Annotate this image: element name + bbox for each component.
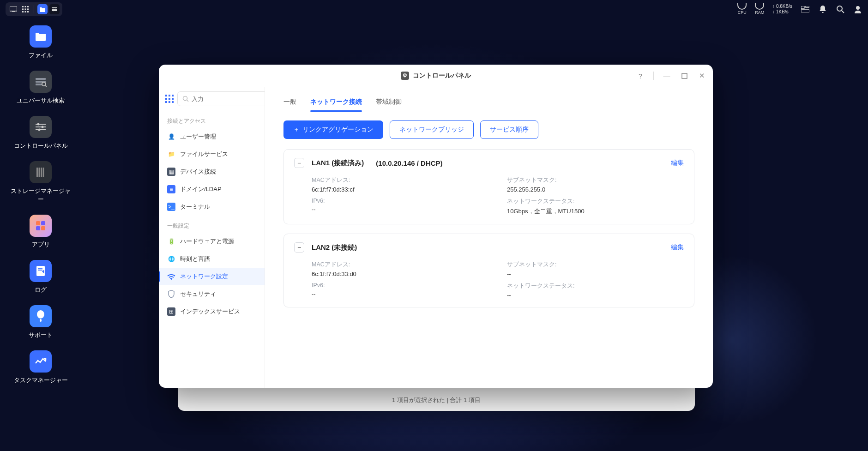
svg-rect-0 [10,6,17,11]
sidebar-item-network-settings[interactable]: ネットワーク設定 [159,268,265,285]
status-value: -- [507,292,684,299]
sidebar-item-terminal[interactable]: >_ターミナル [159,198,265,216]
service-order-button[interactable]: サービス順序 [480,120,538,139]
search-input[interactable] [192,96,265,102]
svg-rect-43 [38,268,42,269]
subnet-label: サブネットマスク: [507,261,684,269]
sidebar-item-domain-ldap[interactable]: ≡ドメイン/LDAP [159,180,265,198]
svg-rect-10 [27,11,29,12]
help-icon[interactable]: ? [636,71,645,80]
background-window-footer: 1 項目が選択された | 合計 1 項目 [178,396,695,404]
mac-label: MACアドレス: [312,261,488,269]
link-aggregation-button[interactable]: ＋リンクアグリゲーション [283,120,383,139]
sidebar-item-label: セキュリティ [180,290,216,298]
apps-grid-icon[interactable] [20,4,30,14]
network-bridge-button[interactable]: ネットワークブリッジ [390,120,474,139]
maximize-button[interactable] [680,71,689,80]
tab-network-connection[interactable]: ネットワーク接続 [310,95,362,112]
desktop-icon-universal-search[interactable]: ユニバーサル検索 [8,71,73,105]
svg-line-58 [187,100,188,102]
notifications-icon[interactable] [818,5,827,14]
widgets-icon[interactable] [801,5,810,14]
download-speed: ↓ 1KB/s [772,9,792,15]
separator [653,72,654,80]
icon-label: ストレージマネージャー [8,187,73,204]
svg-rect-13 [52,10,57,11]
sidebar-item-security[interactable]: セキュリティ [159,285,265,303]
sidebar-item-label: ファイルサービス [180,150,228,158]
search-icon [182,96,189,102]
svg-rect-34 [36,168,38,177]
sidebar-item-label: ターミナル [180,203,210,211]
desktop-icon-storage-manager[interactable]: ストレージマネージャー [8,161,73,204]
sidebar-item-label: ネットワーク設定 [180,272,228,281]
plus-icon: ＋ [293,126,300,134]
cpu-meter[interactable]: CPU [737,3,747,15]
svg-rect-25 [36,84,42,85]
svg-rect-55 [169,101,170,103]
user-icon[interactable] [853,5,862,14]
ipv6-label: IPv6: [312,198,488,204]
edit-button[interactable]: 編集 [671,243,684,252]
lan1-card: − LAN1 (接続済み) (10.0.20.146 / DHCP) 編集 MA… [283,149,694,224]
svg-rect-4 [27,6,29,7]
tab-bandwidth-control[interactable]: 帯域制御 [376,95,402,112]
search-icon[interactable] [836,5,845,14]
taskbar-right: CPU RAM ↑ 0.6KB/s ↓ 1KB/s [737,3,862,15]
tab-general[interactable]: 一般 [283,95,296,112]
apps-grid-icon[interactable] [165,92,174,105]
svg-point-33 [38,129,41,131]
desktop-icon-support[interactable]: サポート [8,305,73,339]
control-panel-taskbar-icon[interactable] [49,4,60,14]
minimize-button[interactable]: — [662,71,671,80]
lan1-subtitle: (10.0.20.146 / DHCP) [376,159,442,167]
svg-point-14 [53,7,54,9]
desktop-icon-logs[interactable]: ログ [8,260,73,294]
svg-rect-49 [169,95,170,96]
lan1-title: LAN1 (接続済み) [312,159,364,168]
desktop-icon-control-panel[interactable]: コントロールパネル [8,116,73,150]
sidebar-item-time-language[interactable]: 🌐時刻と言語 [159,250,265,268]
collapse-button[interactable]: − [294,242,304,253]
svg-rect-54 [165,101,167,103]
svg-rect-41 [41,226,45,230]
svg-rect-48 [165,95,167,96]
sidebar-item-label: デバイス接続 [180,168,216,176]
collapse-button[interactable]: − [294,158,304,168]
ipv6-value: -- [312,290,488,297]
sidebar-item-label: インデックスサービス [180,307,240,316]
desktop-icon-apps[interactable]: アプリ [8,215,73,249]
sidebar-section-access: 接続とアクセス [159,111,265,128]
svg-rect-29 [36,126,46,127]
svg-point-31 [37,123,40,126]
svg-point-45 [37,310,44,319]
sidebar-item-user-management[interactable]: 👤ユーザー管理 [159,128,265,145]
sidebar-item-hardware-power[interactable]: 🔋ハードウェアと電源 [159,233,265,250]
desktop-icon[interactable] [8,4,18,14]
sidebar-item-device-connection[interactable]: ▦デバイス接続 [159,163,265,180]
svg-rect-39 [41,221,45,225]
svg-point-16 [53,10,54,12]
svg-rect-36 [41,168,42,177]
svg-rect-9 [25,11,26,12]
sidebar-item-index-service[interactable]: ⊞インデックスサービス [159,303,265,320]
svg-rect-18 [805,6,809,7]
svg-rect-6 [25,9,26,10]
files-taskbar-icon[interactable] [37,4,48,14]
sidebar-item-label: ドメイン/LDAP [180,185,222,193]
desktop-icon-files[interactable]: ファイル [8,25,73,60]
icon-label: アプリ [32,241,50,249]
desktop-icon-task-manager[interactable]: タスクマネージャー [8,350,73,385]
icon-label: コントロールパネル [14,142,68,150]
lan2-card: − LAN2 (未接続) 編集 MACアドレス:6c:1f:f7:0d:33:d… [283,234,694,307]
svg-rect-3 [25,6,26,7]
svg-line-27 [45,85,47,87]
ram-meter[interactable]: RAM [755,3,764,15]
close-button[interactable]: ✕ [697,71,706,80]
cpu-label: CPU [738,11,747,15]
icon-label: ファイル [29,51,53,60]
sidebar-item-file-service[interactable]: 📁ファイルサービス [159,145,265,163]
svg-point-15 [55,9,56,10]
edit-button[interactable]: 編集 [671,159,684,167]
sidebar-search[interactable] [177,91,265,106]
